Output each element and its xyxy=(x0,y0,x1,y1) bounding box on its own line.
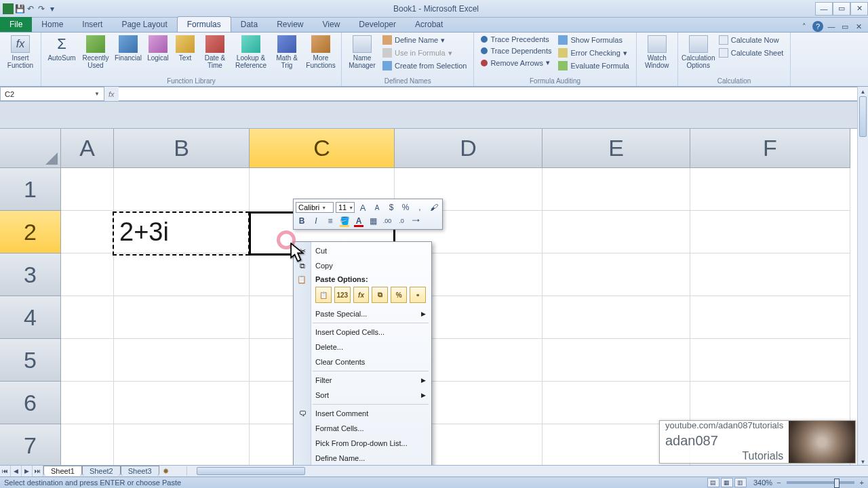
sheet-nav-prev[interactable]: ◀ xyxy=(11,466,22,476)
tab-acrobat[interactable]: Acrobat xyxy=(406,17,452,32)
ctx-clear[interactable]: Clear Contents xyxy=(294,354,431,369)
view-normal-icon[interactable]: ▤ xyxy=(707,478,719,487)
window-minimize[interactable]: — xyxy=(815,2,833,16)
merge-icon[interactable]: ⭢ xyxy=(410,215,422,227)
scroll-up-icon[interactable]: ▲ xyxy=(858,87,868,96)
tab-file[interactable]: File xyxy=(0,17,32,32)
row-header-1[interactable]: 1 xyxy=(0,168,61,211)
evaluate-formula-button[interactable]: Evaluate Formula xyxy=(555,60,631,72)
currency-icon[interactable]: $ xyxy=(385,201,397,214)
grow-font-icon[interactable]: A xyxy=(357,201,369,214)
italic-icon[interactable]: I xyxy=(310,215,322,227)
col-header-e[interactable]: E xyxy=(542,129,690,168)
paste-values-icon[interactable]: 123 xyxy=(334,287,351,303)
insert-function-button[interactable]: fx Insert Function xyxy=(4,34,37,70)
date-time-button[interactable]: Date & Time xyxy=(199,34,231,70)
window-close[interactable]: ✕ xyxy=(850,2,868,16)
zoom-level[interactable]: 340% xyxy=(753,479,772,487)
text-button[interactable]: Text xyxy=(173,34,197,63)
ctx-insert-copied[interactable]: Insert Copied Cells... xyxy=(294,325,431,340)
borders-icon[interactable]: ▦ xyxy=(367,215,379,227)
row-header-7[interactable]: 7 xyxy=(0,424,61,467)
vscroll-thumb[interactable] xyxy=(859,96,867,137)
font-color-icon[interactable]: A xyxy=(353,215,365,227)
format-painter-icon[interactable]: 🖌 xyxy=(428,201,440,214)
hscroll-thumb[interactable] xyxy=(197,467,305,475)
name-box[interactable]: C2▼ xyxy=(0,87,104,101)
new-sheet-icon[interactable]: ✸ xyxy=(159,467,173,476)
align-icon[interactable]: ≡ xyxy=(324,215,336,227)
spreadsheet-grid[interactable]: A B C D E F 1 22+3i 3 4 5 6 7 xyxy=(0,129,868,467)
paste-link-icon[interactable]: ⚬ xyxy=(410,287,426,303)
ribbon-minimize-icon[interactable]: ˄ xyxy=(799,21,810,32)
formula-bar[interactable] xyxy=(119,87,868,101)
zoom-slider[interactable] xyxy=(787,481,854,484)
calculate-sheet-button[interactable]: Calculate Sheet xyxy=(716,47,787,59)
remove-arrows-button[interactable]: Remove Arrows ▾ xyxy=(478,57,554,68)
tab-data[interactable]: Data xyxy=(231,17,267,32)
workbook-restore[interactable]: ▭ xyxy=(840,21,850,32)
row-header-6[interactable]: 6 xyxy=(0,382,61,424)
ctx-paste-special[interactable]: Paste Special...▶ xyxy=(294,306,431,321)
col-header-b[interactable]: B xyxy=(114,129,250,168)
vertical-scrollbar[interactable]: ▲ ▼ xyxy=(857,87,868,466)
fill-color-icon[interactable]: 🪣 xyxy=(338,215,351,227)
qat-undo[interactable]: ↶ xyxy=(26,4,35,14)
ctx-cut[interactable]: ✂Cut xyxy=(294,243,431,258)
col-header-f[interactable]: F xyxy=(690,129,850,168)
ctx-pick-list[interactable]: Pick From Drop-down List... xyxy=(294,436,431,451)
sheet-tab-1[interactable]: Sheet1 xyxy=(43,466,82,476)
error-checking-button[interactable]: Error Checking ▾ xyxy=(555,47,631,59)
paste-formatting-icon[interactable]: % xyxy=(391,287,407,303)
tab-view[interactable]: View xyxy=(313,17,350,32)
ctx-copy[interactable]: ⧉Copy xyxy=(294,258,431,273)
recently-used-button[interactable]: Recently Used xyxy=(79,34,112,70)
qat-redo[interactable]: ↷ xyxy=(37,4,46,14)
comma-icon[interactable]: , xyxy=(414,201,426,214)
row-header-5[interactable]: 5 xyxy=(0,339,61,382)
use-in-formula-button[interactable]: Use in Formula ▾ xyxy=(380,47,469,59)
qat-customize[interactable]: ▾ xyxy=(47,4,57,14)
increase-decimal-icon[interactable]: .00 xyxy=(381,215,393,227)
logical-button[interactable]: Logical xyxy=(144,34,172,63)
ctx-insert-comment[interactable]: 🗨Insert Comment xyxy=(294,406,431,421)
define-name-button[interactable]: Define Name ▾ xyxy=(380,34,469,46)
sheet-nav-first[interactable]: ⏮ xyxy=(0,466,11,476)
percent-icon[interactable]: % xyxy=(399,201,412,214)
row-header-4[interactable]: 4 xyxy=(0,296,61,339)
financial-button[interactable]: Financial xyxy=(113,34,143,63)
tab-review[interactable]: Review xyxy=(267,17,313,32)
col-header-c[interactable]: C xyxy=(250,129,395,168)
horizontal-scrollbar[interactable] xyxy=(186,466,868,476)
tab-page-layout[interactable]: Page Layout xyxy=(112,17,176,32)
watch-window-button[interactable]: Watch Window xyxy=(641,34,673,70)
sheet-nav-last[interactable]: ⏭ xyxy=(33,466,43,476)
bold-icon[interactable]: B xyxy=(296,215,308,227)
select-all-corner[interactable] xyxy=(0,129,61,168)
workbook-minimize[interactable]: — xyxy=(826,21,837,32)
cell-b2[interactable]: 2+3i xyxy=(114,211,250,253)
tab-home[interactable]: Home xyxy=(32,17,73,32)
help-icon[interactable]: ? xyxy=(812,21,823,32)
decrease-decimal-icon[interactable]: .0 xyxy=(395,215,408,227)
show-formulas-button[interactable]: Show Formulas xyxy=(555,34,631,46)
formula-bar-expand[interactable] xyxy=(0,102,868,129)
paste-all-icon[interactable]: 📋 xyxy=(315,287,332,303)
tab-developer[interactable]: Developer xyxy=(349,17,406,32)
paste-transpose-icon[interactable]: ⧉ xyxy=(372,287,388,303)
row-header-2[interactable]: 2 xyxy=(0,211,61,253)
zoom-in-icon[interactable]: + xyxy=(860,479,864,487)
create-from-selection-button[interactable]: Create from Selection xyxy=(380,60,469,72)
tab-formulas[interactable]: Formulas xyxy=(177,16,231,32)
name-manager-button[interactable]: Name Manager xyxy=(346,34,378,70)
more-functions-button[interactable]: More Functions xyxy=(304,34,337,70)
tab-insert[interactable]: Insert xyxy=(73,17,112,32)
view-page-break-icon[interactable]: ▥ xyxy=(734,478,747,487)
view-page-layout-icon[interactable]: ▦ xyxy=(721,478,733,487)
trace-dependents-button[interactable]: Trace Dependents xyxy=(478,45,554,56)
lookup-reference-button[interactable]: Lookup & Reference xyxy=(233,34,269,70)
trace-precedents-button[interactable]: Trace Precedents xyxy=(478,34,554,45)
mini-font-select[interactable]: Calibri▼ xyxy=(296,202,334,213)
workbook-close[interactable]: ✕ xyxy=(853,21,864,32)
window-maximize[interactable]: ▭ xyxy=(833,2,850,16)
